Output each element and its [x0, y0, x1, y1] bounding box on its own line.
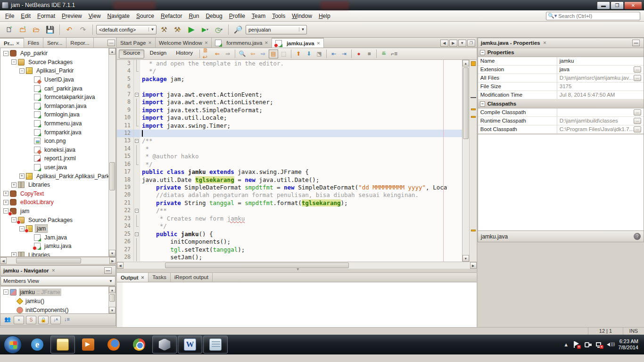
minimize-panel-button[interactable]: — — [632, 40, 640, 46]
section-header-classpaths[interactable]: −Classpaths — [478, 99, 644, 108]
menu-view[interactable]: View — [85, 11, 104, 21]
editor-tab-start-page[interactable]: Start Page✕ — [117, 38, 156, 48]
back-icon[interactable]: ⇐ — [213, 49, 222, 58]
menu-preview[interactable]: Preview — [58, 11, 85, 21]
start-macro-icon[interactable]: ● — [354, 49, 363, 58]
scrollbar-thumb[interactable] — [109, 294, 115, 302]
tree-item-libraries[interactable]: +Libraries — [0, 181, 108, 189]
stop-macro-icon[interactable]: ■ — [364, 49, 374, 58]
find-selection-icon[interactable]: 🔍 — [238, 49, 247, 58]
code-line-9[interactable]: 9import java.text.SimpleDateFormat; — [117, 107, 462, 114]
navigator-item-jamku[interactable]: −jamku :: JFrame — [0, 288, 108, 296]
rectangular-selection-icon[interactable]: ⬚ — [279, 49, 289, 58]
tree-item-formlaporan-java[interactable]: formlaporan.java — [0, 102, 108, 111]
sort-alpha-button[interactable]: ↓ᴬ — [50, 316, 61, 324]
fold-column[interactable]: − — [134, 230, 140, 238]
tree-item-source-packages[interactable]: −Source Packages — [0, 215, 108, 224]
uncomment-icon[interactable]: ⌐≡ — [389, 49, 399, 58]
scroll-left-icon[interactable]: ◀ — [0, 257, 7, 264]
tree-item-formlogin-java[interactable]: formlogin.java — [0, 110, 108, 119]
tree-item-aplikasi-parkir[interactable]: −Aplikasi_Parkir — [0, 66, 108, 75]
editor-tab-formmenu-java[interactable]: formmenu.java✕ — [212, 38, 272, 48]
close-icon[interactable]: ✕ — [264, 41, 268, 45]
stripe-warning-mark[interactable] — [471, 108, 476, 110]
next-bookmark-icon[interactable]: ⬇ — [304, 49, 314, 58]
scrollbar-thumb[interactable] — [16, 258, 81, 263]
scroll-up-icon[interactable]: ▲ — [109, 287, 116, 293]
comment-icon[interactable]: ≝ — [379, 49, 388, 58]
run-button[interactable]: ▶ — [185, 24, 198, 36]
navigator-item-initcomponents-[interactable]: initComponents() — [0, 305, 108, 314]
tab-projects[interactable]: Pr...✕ — [0, 38, 24, 48]
scroll-down-icon[interactable]: ▼ — [109, 250, 116, 256]
quick-search[interactable]: 🔍▾ — [546, 12, 640, 20]
close-icon[interactable]: ✕ — [205, 41, 208, 45]
code-line-15[interactable]: 15 * @author hakko — [117, 153, 462, 160]
code-line-11[interactable]: 11import javax.swing.Timer; — [117, 122, 462, 130]
menu-profile[interactable]: Profile — [226, 11, 248, 21]
shift-right-icon[interactable]: ⇥ — [339, 49, 349, 58]
menu-edit[interactable]: Edit — [17, 11, 34, 21]
taskbar-internet-explorer[interactable]: e — [25, 336, 50, 354]
tree-item-userid-java[interactable]: UserID.java — [0, 75, 108, 84]
menu-file[interactable]: File — [2, 11, 17, 21]
section-header-properties[interactable]: −Properties — [478, 48, 644, 57]
menu-debug[interactable]: Debug — [202, 11, 225, 21]
code-line-10[interactable]: 10import java.util.Locale; — [117, 114, 462, 122]
scroll-up-icon[interactable]: ▲ — [109, 48, 116, 55]
profile-button[interactable]: ◷▾ — [213, 24, 225, 36]
network-icon[interactable]: ✕ — [595, 341, 603, 348]
code-line-17[interactable]: 17public class jamku extends javax.swing… — [117, 168, 462, 176]
taskbar-chrome[interactable] — [127, 336, 151, 354]
maximize-button[interactable]: ❐ — [611, 1, 624, 9]
scroll-down-icon[interactable]: ▼ — [109, 307, 116, 313]
code-line-18[interactable]: 18java.util.Date tglsekarang = new java.… — [117, 176, 462, 184]
redo-button[interactable]: ↷ — [77, 24, 89, 36]
code-line-7[interactable]: 7−import java.awt.event.ActionEvent; — [117, 91, 462, 99]
tree-item-jamku-java[interactable]: jamku.java — [0, 242, 108, 251]
projects-vertical-scrollbar[interactable]: ▲ ▼ — [108, 48, 116, 256]
last-edit-icon[interactable]: 🗎↩ — [202, 49, 212, 58]
taskbar-netbeans[interactable] — [152, 336, 177, 354]
code-line-5[interactable]: 5package jam; — [117, 75, 462, 83]
expand-icon[interactable]: + — [11, 252, 17, 256]
close-icon[interactable]: ✕ — [16, 41, 20, 46]
start-button[interactable] — [4, 336, 22, 354]
output-tab-output[interactable]: Output✕ — [117, 272, 149, 282]
property-row-all-files[interactable]: All FilesD:\jam\jam\src\jam\jamku.jav...… — [478, 74, 644, 82]
tab-reports[interactable]: Repor... — [66, 38, 93, 48]
hidden-icons-button[interactable]: ▲ — [563, 342, 569, 347]
tree-item-app-parkir[interactable]: −App_parkir — [0, 49, 108, 58]
scroll-up-icon[interactable]: ▲ — [462, 60, 469, 66]
scroll-right-icon[interactable]: ▶ — [109, 257, 116, 264]
view-source-button[interactable]: Source — [119, 49, 144, 58]
code-line-28[interactable]: 28 setJam(); — [117, 254, 462, 261]
fold-column[interactable]: − — [134, 91, 140, 99]
tree-item-icon-png[interactable]: icon.png — [0, 137, 108, 146]
taskbar-notepad[interactable] — [203, 336, 228, 354]
show-non-public-button[interactable]: 🔒 — [38, 316, 49, 324]
tree-item-copytext[interactable]: +CopyText — [0, 189, 108, 198]
fold-column[interactable]: − — [134, 137, 140, 145]
undo-button[interactable]: ↶ — [63, 24, 75, 36]
navigator-vertical-scrollbar[interactable]: ▲ ▼ — [108, 287, 116, 313]
tab-services[interactable]: Serv... — [43, 38, 66, 48]
tree-item-libraries[interactable]: +Libraries — [0, 251, 108, 256]
scroll-tabs-right-icon[interactable]: ▶ — [449, 40, 457, 47]
taskbar-firefox[interactable] — [101, 336, 126, 354]
sort-source-icon[interactable]: ↓≡ — [63, 316, 71, 324]
menu-source[interactable]: Source — [133, 11, 157, 21]
help-icon[interactable]: ? — [634, 233, 641, 240]
scroll-right-icon[interactable]: ▶ — [470, 262, 477, 269]
scrollbar-thumb[interactable] — [109, 162, 115, 190]
show-fields-button[interactable]: ▪ — [14, 316, 24, 324]
scroll-tabs-left-icon[interactable]: ◀ — [440, 40, 448, 47]
code-line-13[interactable]: 13−/** — [117, 137, 462, 145]
close-icon[interactable]: ✕ — [148, 41, 152, 45]
ellipsis-button[interactable]: ... — [634, 126, 641, 132]
collapse-icon[interactable]: − — [11, 217, 17, 222]
close-icon[interactable]: ✕ — [141, 275, 145, 280]
view-design-button[interactable]: Design — [145, 49, 171, 58]
taskbar-media-player[interactable] — [76, 336, 100, 354]
tree-item-jam[interactable]: −jam — [0, 224, 108, 233]
